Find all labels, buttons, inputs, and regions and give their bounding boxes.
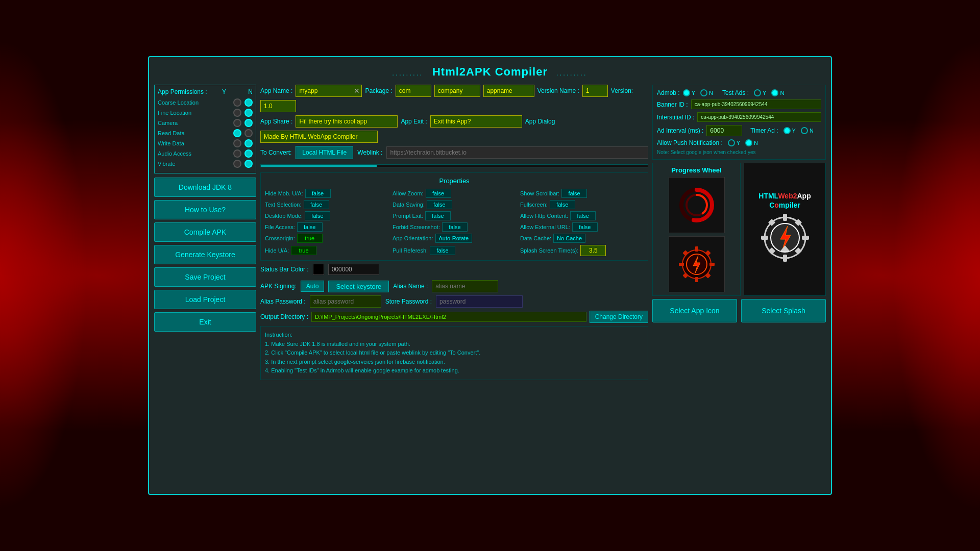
perm-fine-n[interactable]	[244, 109, 253, 117]
progress-wheel-left: Progress Wheel	[652, 163, 741, 296]
status-bar-input[interactable]	[328, 264, 379, 275]
ad-interval-input[interactable]	[706, 125, 742, 136]
how-to-use-button[interactable]: How to Use?	[154, 200, 256, 219]
perm-coarse-y[interactable]	[233, 98, 241, 107]
splash-time-input[interactable]	[580, 245, 606, 256]
alias-name-label: Alias Name :	[393, 283, 428, 290]
admob-y-radio[interactable]: Y	[683, 89, 695, 96]
app-share-label: App Share :	[260, 118, 292, 125]
timer-n-radio[interactable]: N	[801, 127, 814, 134]
push-y-radio[interactable]: Y	[728, 139, 740, 146]
prop-ext-url-val[interactable]: false	[572, 222, 598, 232]
app-name-clear-icon[interactable]: ✕	[354, 87, 360, 95]
push-note: Note: Select google json when checked ye…	[657, 149, 821, 155]
perm-vibrate-y[interactable]	[233, 160, 241, 168]
select-keystore-btn[interactable]: Select keystore	[328, 281, 389, 292]
test-ads-y-circle[interactable]	[754, 89, 761, 96]
right-panel: Admob : Y N Test Ads : Y	[652, 85, 826, 380]
prop-data-saving-val[interactable]: false	[427, 200, 452, 209]
version-input[interactable]	[260, 100, 296, 112]
admob-row-1: Admob : Y N Test Ads : Y	[657, 89, 821, 96]
admob-n-circle[interactable]	[700, 89, 707, 96]
app-name-input[interactable]	[296, 85, 362, 97]
select-app-icon-button[interactable]: Select App Icon	[652, 299, 737, 322]
local-html-btn[interactable]: Local HTML File	[296, 146, 353, 159]
app-share-input[interactable]	[296, 115, 398, 128]
perm-read-y[interactable]	[233, 129, 241, 137]
perm-coarse-n[interactable]	[244, 98, 253, 107]
weblink-input[interactable]	[386, 146, 648, 159]
prop-hide-ua-val[interactable]: true	[291, 246, 316, 255]
prop-data-cache-val[interactable]: No Cache	[553, 234, 585, 243]
prop-pull-refresh-val[interactable]: false	[430, 246, 455, 255]
perm-read-data: Read Data	[158, 129, 253, 137]
perm-audio-y[interactable]	[233, 149, 241, 158]
app-dialog-input[interactable]	[260, 131, 378, 143]
prop-hide-mob-val[interactable]: false	[305, 189, 331, 198]
exit-button[interactable]: Exit	[154, 312, 256, 332]
output-dir-input[interactable]	[311, 312, 586, 322]
generate-keystore-button[interactable]: Generate Keystore	[154, 245, 256, 264]
banner-id-input[interactable]	[691, 99, 821, 109]
auto-btn[interactable]: Auto	[301, 281, 325, 292]
test-ads-n-circle[interactable]	[771, 89, 778, 96]
timer-n-circle[interactable]	[801, 127, 808, 134]
prop-prompt-exit-val[interactable]: false	[425, 211, 451, 220]
alias-pwd-input[interactable]	[310, 295, 381, 308]
permissions-box: App Permissions : Y N Coarse Location Fi…	[154, 85, 256, 173]
download-jdk-button[interactable]: Download JDK 8	[154, 178, 256, 197]
permissions-header-label: App Permissions :	[158, 88, 207, 95]
prop-file-access-val[interactable]: false	[297, 222, 323, 232]
change-dir-button[interactable]: Change Directory	[590, 311, 648, 323]
timer-y-circle[interactable]	[783, 127, 791, 134]
prop-desktop-val[interactable]: false	[305, 211, 330, 220]
store-pwd-input[interactable]	[436, 295, 523, 308]
admob-label: Admob :	[657, 89, 680, 96]
admob-y-circle[interactable]	[683, 89, 690, 96]
timer-y-radio[interactable]: Y	[783, 127, 796, 134]
package-input-2[interactable]	[434, 85, 480, 97]
prop-text-sel-val[interactable]: false	[304, 200, 329, 209]
push-n-label: N	[754, 140, 758, 146]
perm-write-y[interactable]	[233, 139, 241, 147]
prop-fullscreen-val[interactable]: false	[550, 200, 575, 209]
package-input-3[interactable]	[483, 85, 534, 97]
interstitial-id-input[interactable]	[697, 112, 821, 122]
push-n-circle[interactable]	[745, 139, 752, 146]
timer-y-label: Y	[792, 128, 796, 134]
perm-read-n[interactable]	[244, 129, 253, 137]
svg-rect-7	[695, 277, 698, 282]
admob-n-radio[interactable]: N	[700, 89, 713, 96]
load-project-button[interactable]: Load Project	[154, 290, 256, 309]
perm-audio-n[interactable]	[244, 149, 253, 158]
alias-name-input[interactable]	[432, 280, 498, 292]
package-input-1[interactable]	[396, 85, 431, 97]
version-name-input[interactable]	[582, 85, 608, 97]
perm-camera-n[interactable]	[244, 119, 253, 127]
status-bar-label: Status Bar Color :	[260, 266, 309, 273]
perm-vibrate-n[interactable]	[244, 160, 253, 168]
html-logo-svg	[757, 210, 813, 266]
perm-camera-y[interactable]	[233, 119, 241, 127]
instruction-3: 3. In the next prompt select google-serv…	[265, 358, 644, 367]
save-project-button[interactable]: Save Project	[154, 267, 256, 287]
status-bar-color-swatch[interactable]	[313, 264, 324, 275]
perm-fine-y[interactable]	[233, 109, 241, 117]
push-n-radio[interactable]: N	[745, 139, 758, 146]
app-exit-input[interactable]	[430, 115, 522, 128]
perm-camera: Camera	[158, 119, 253, 127]
prop-crossorigin-val[interactable]: true	[297, 234, 323, 243]
prop-forbid-screenshot-val[interactable]: false	[442, 222, 468, 232]
prop-orientation-val[interactable]: Auto-Rotate	[435, 234, 473, 243]
prop-show-scroll-val[interactable]: false	[561, 189, 587, 198]
push-y-circle[interactable]	[728, 139, 735, 146]
perm-vibrate: Vibrate	[158, 160, 253, 168]
test-ads-n-radio[interactable]: N	[771, 89, 784, 96]
compile-apk-button[interactable]: Compile APK	[154, 222, 256, 242]
prop-http-content-val[interactable]: false	[570, 211, 596, 220]
select-splash-button[interactable]: Select Splash	[741, 299, 826, 322]
prop-allow-zoom-val[interactable]: false	[426, 189, 451, 198]
prop-show-scroll: Show Scrollbar: false	[520, 189, 644, 198]
perm-write-n[interactable]	[244, 139, 253, 147]
test-ads-y-radio[interactable]: Y	[754, 89, 766, 96]
